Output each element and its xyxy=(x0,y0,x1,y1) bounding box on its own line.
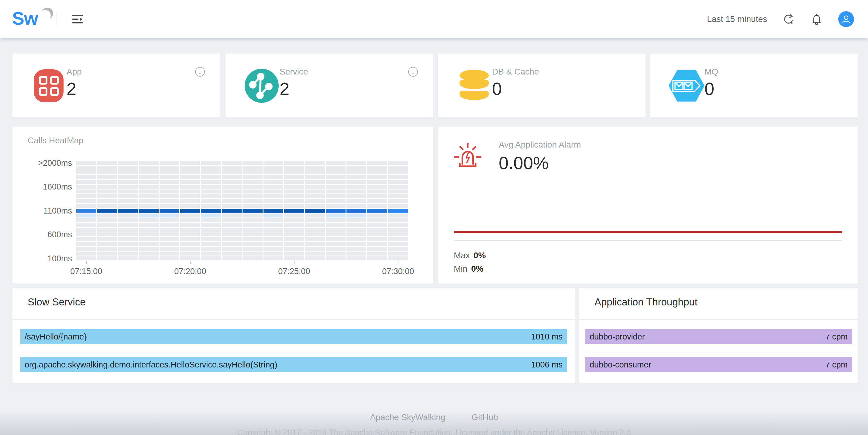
slow-service-bar[interactable]: /sayHello/{name}1010 ms xyxy=(20,329,567,344)
heatmap-cell xyxy=(264,190,283,194)
panel-divider xyxy=(12,319,575,320)
heatmap-cell xyxy=(305,252,324,256)
alarm-max-row: Max0% xyxy=(454,251,486,260)
heatmap-cell xyxy=(180,194,200,198)
heatmap-cell xyxy=(284,209,304,213)
bar-label: /sayHello/{name} xyxy=(25,332,87,342)
heatmap-cell xyxy=(160,204,179,208)
heatmap-cell xyxy=(264,252,283,256)
heatmap-cell xyxy=(97,190,117,194)
panel-title: Slow Service xyxy=(28,296,86,308)
refresh-icon[interactable] xyxy=(782,13,795,26)
skywalking-logo[interactable]: Sw xyxy=(12,5,52,33)
slow-service-bar[interactable]: org.apache.skywalking.demo.interfaces.He… xyxy=(20,357,567,372)
heatmap-x-axis-tick xyxy=(190,261,191,264)
heatmap-cell xyxy=(97,256,117,260)
heatmap-cell xyxy=(201,209,221,213)
heatmap-cell xyxy=(388,223,408,227)
heatmap-cell xyxy=(284,204,304,208)
header-divider xyxy=(57,13,57,25)
bar-label: org.apache.skywalking.demo.interfaces.He… xyxy=(25,360,277,370)
heatmap-cell xyxy=(180,185,200,188)
time-range-selector[interactable]: Last 15 minutes xyxy=(707,14,767,24)
heatmap-cell xyxy=(201,194,221,198)
heatmap-cell xyxy=(326,213,346,218)
heatmap-cell xyxy=(243,204,262,208)
heatmap-cell xyxy=(388,185,408,188)
footer-link-apache-skywalking[interactable]: Apache SkyWalking xyxy=(370,412,445,422)
heatmap-cell xyxy=(201,166,221,170)
heatmap-cell xyxy=(388,175,408,179)
avatar-user-icon[interactable] xyxy=(838,11,854,27)
heatmap-cell xyxy=(367,232,387,236)
heatmap-cell xyxy=(180,175,200,179)
heatmap-cell xyxy=(160,247,179,251)
info-icon[interactable]: i xyxy=(408,67,418,77)
heatmap-cell xyxy=(346,213,366,218)
heatmap-cell xyxy=(180,252,200,256)
throughput-bar[interactable]: dubbo-provider7 cpm xyxy=(585,329,852,344)
heatmap-cell xyxy=(326,161,346,165)
heatmap-cell xyxy=(222,199,242,203)
menu-unfold-icon[interactable] xyxy=(72,14,85,24)
heatmap-cell xyxy=(284,232,304,236)
heatmap-cell xyxy=(346,175,366,179)
heatmap-cell xyxy=(305,232,324,236)
min-value: 0% xyxy=(471,264,483,273)
stat-card-value: 0 xyxy=(705,79,714,99)
heatmap-cell xyxy=(326,247,346,251)
throughput-bars: dubbo-provider7 cpmdubbo-consumer7 cpm xyxy=(579,329,858,372)
heatmap-cell xyxy=(160,185,179,188)
heatmap-cell xyxy=(97,252,117,256)
heatmap-cell xyxy=(201,256,221,260)
heatmap-cell xyxy=(138,223,158,227)
throughput-bar[interactable]: dubbo-consumer7 cpm xyxy=(585,357,852,372)
heatmap-cell xyxy=(76,242,96,246)
heatmap-cell xyxy=(118,228,138,232)
heatmap-cell xyxy=(201,175,221,179)
heatmap-cell xyxy=(138,213,158,218)
heatmap-cell xyxy=(201,180,221,184)
heatmap-cell xyxy=(97,209,117,213)
heatmap-cell xyxy=(305,237,324,241)
calls-heatmap-panel: Calls HeatMap >2000ms1600ms1100ms600ms10… xyxy=(12,126,434,284)
heatmap-cell xyxy=(367,194,387,198)
heatmap-cell xyxy=(346,204,366,208)
heatmap-cell xyxy=(243,166,262,170)
bar-separator xyxy=(20,353,567,353)
heatmap-cell xyxy=(305,170,324,174)
heatmap-cell xyxy=(243,232,262,236)
mq-hexagon-icon xyxy=(669,69,705,102)
heatmap-y-axis-label: >2000ms xyxy=(12,158,72,168)
heatmap-cell xyxy=(180,237,200,241)
heatmap-cell xyxy=(222,242,242,246)
heatmap-cell xyxy=(201,161,221,165)
heatmap-cell xyxy=(138,194,158,198)
heatmap-cell xyxy=(264,170,283,174)
heatmap-cell xyxy=(201,237,221,241)
heatmap-x-axis-label: 07:30:00 xyxy=(382,267,414,276)
heatmap-cell xyxy=(222,194,242,198)
heatmap-cell xyxy=(367,228,387,232)
info-icon[interactable]: i xyxy=(195,67,205,77)
footer-link-github[interactable]: GitHub xyxy=(471,412,498,422)
heatmap-cell xyxy=(76,213,96,218)
heatmap-cell xyxy=(346,242,366,246)
heatmap-cell xyxy=(284,190,304,194)
heatmap-cell xyxy=(264,223,283,227)
heatmap-cell xyxy=(326,223,346,227)
heatmap-cell xyxy=(346,247,366,251)
bell-icon[interactable] xyxy=(810,13,823,26)
heatmap-cell xyxy=(97,223,117,227)
avg-application-alarm-panel: Avg Application Alarm 0.00% Max0% Min0% xyxy=(438,126,858,284)
heatmap-cell xyxy=(118,209,138,213)
heatmap-cell xyxy=(118,223,138,227)
heatmap-cell xyxy=(201,218,221,222)
bar-value: 1006 ms xyxy=(531,360,563,370)
heatmap-cell xyxy=(284,218,304,222)
heatmap-cell xyxy=(138,204,158,208)
heatmap-cell xyxy=(388,252,408,256)
heatmap-cell xyxy=(326,237,346,241)
heatmap-cell xyxy=(243,218,262,222)
heatmap-cell xyxy=(222,180,242,184)
